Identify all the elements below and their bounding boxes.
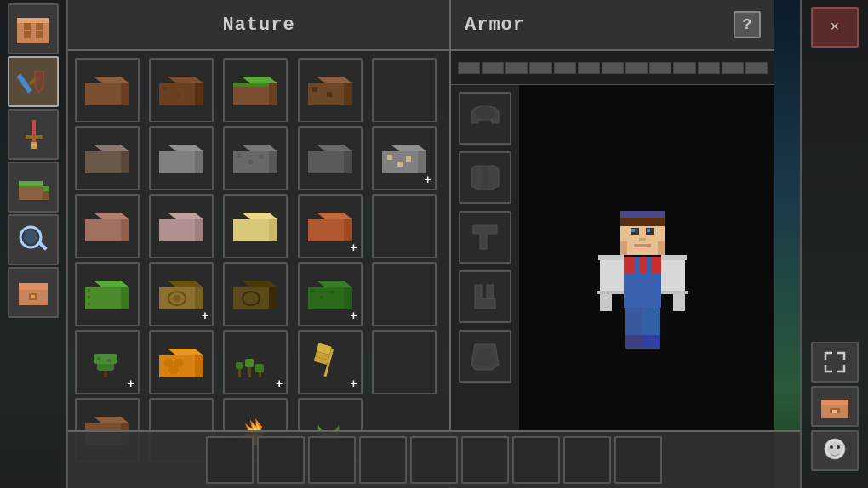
grid-item-diorite[interactable] xyxy=(149,194,214,258)
leggings-icon xyxy=(468,220,502,254)
grid-item-grass[interactable] xyxy=(223,58,288,122)
inv-slot-1[interactable] xyxy=(206,436,254,484)
help-button[interactable]: ? xyxy=(734,11,761,38)
nature-panel: Nature xyxy=(68,0,451,488)
terracotta-icon xyxy=(308,204,352,248)
grid-item-dirt[interactable] xyxy=(75,58,140,122)
svg-rect-21 xyxy=(31,295,35,298)
sidebar-item-combat[interactable] xyxy=(8,109,59,160)
svg-rect-75 xyxy=(88,289,90,292)
grid-item-oak-log[interactable]: + xyxy=(149,262,214,326)
grid-item-gravel[interactable] xyxy=(223,126,288,190)
grid-item-andesite[interactable] xyxy=(298,126,363,190)
svg-marker-83 xyxy=(242,281,277,287)
grid-item-podzol[interactable] xyxy=(298,58,363,122)
grid-item-empty3[interactable] xyxy=(372,262,437,326)
grid-item-empty2[interactable] xyxy=(372,194,437,258)
svg-rect-138 xyxy=(661,257,685,294)
head-button[interactable] xyxy=(811,430,859,471)
nature-icon xyxy=(15,169,51,205)
sapling-icon xyxy=(85,340,129,384)
sidebar-item-storage[interactable] xyxy=(8,267,59,318)
sand-icon xyxy=(233,204,277,248)
inv-slot-3[interactable] xyxy=(308,436,356,484)
svg-marker-72 xyxy=(94,281,129,287)
grid-item-wheat[interactable]: + xyxy=(298,330,363,394)
inv-slot-7[interactable] xyxy=(512,436,560,484)
svg-rect-32 xyxy=(269,83,277,105)
svg-rect-68 xyxy=(269,219,277,241)
svg-rect-29 xyxy=(176,94,180,97)
chestplate-slot[interactable] xyxy=(459,151,511,204)
grid-item-coarse-dirt[interactable] xyxy=(149,58,214,122)
svg-rect-50 xyxy=(259,155,263,159)
grid-item-stone[interactable] xyxy=(149,126,214,190)
svg-rect-74 xyxy=(121,287,129,309)
svg-rect-140 xyxy=(661,291,688,294)
grass-block-icon xyxy=(233,68,277,112)
andesite-icon xyxy=(308,136,352,180)
inv-slot-6[interactable] xyxy=(461,436,509,484)
grid-item-dark-log[interactable] xyxy=(223,262,288,326)
inv-slot-9[interactable] xyxy=(614,436,662,484)
dur-seg-4 xyxy=(529,62,551,74)
svg-rect-71 xyxy=(344,219,352,241)
svg-point-158 xyxy=(827,441,842,457)
svg-rect-149 xyxy=(639,238,646,241)
inv-slot-8[interactable] xyxy=(563,436,611,484)
grid-item-granite[interactable] xyxy=(75,194,140,258)
inv-slot-2[interactable] xyxy=(257,436,305,484)
svg-rect-107 xyxy=(245,359,254,367)
svg-rect-109 xyxy=(255,364,264,372)
svg-rect-44 xyxy=(195,151,203,173)
svg-rect-89 xyxy=(344,287,352,309)
svg-rect-96 xyxy=(97,357,100,360)
svg-point-82 xyxy=(173,295,181,302)
svg-marker-30 xyxy=(242,77,277,83)
svg-rect-129 xyxy=(624,274,661,308)
offhand-icon xyxy=(468,339,502,373)
svg-rect-100 xyxy=(195,355,203,377)
inv-slot-4[interactable] xyxy=(359,436,407,484)
chest-button[interactable] xyxy=(811,386,859,427)
armor-panel-header: Armor ? xyxy=(451,0,774,51)
expand-button[interactable] xyxy=(811,342,859,383)
close-button[interactable]: × xyxy=(811,7,859,48)
svg-rect-43 xyxy=(159,151,195,173)
inv-slot-5[interactable] xyxy=(410,436,458,484)
offhand-slot[interactable] xyxy=(459,330,511,383)
sidebar-item-crafting[interactable] xyxy=(8,3,59,54)
boots-slot[interactable] xyxy=(459,270,511,323)
svg-rect-144 xyxy=(620,211,665,218)
svg-rect-92 xyxy=(330,291,334,294)
svg-rect-2 xyxy=(24,23,31,30)
svg-rect-147 xyxy=(631,229,635,232)
grid-item-ore[interactable]: + xyxy=(372,126,437,190)
grid-item-terracotta[interactable]: + xyxy=(298,194,363,258)
grid-item-cactus[interactable] xyxy=(75,262,140,326)
grid-item-honeycomb[interactable] xyxy=(149,330,214,394)
grid-item-sapling[interactable]: + xyxy=(75,330,140,394)
more-indicator-sapling: + xyxy=(128,377,134,391)
grid-item-sand[interactable] xyxy=(223,194,288,258)
grid-item-seeds[interactable]: + xyxy=(223,330,288,394)
svg-rect-135 xyxy=(598,255,624,260)
granite-icon xyxy=(85,204,129,248)
sidebar-item-search[interactable] xyxy=(8,214,59,265)
chest-icon xyxy=(819,393,850,420)
grid-item-leaves[interactable]: + xyxy=(298,262,363,326)
grid-item-empty1[interactable] xyxy=(372,58,437,122)
svg-rect-14 xyxy=(43,186,49,191)
more-indicator-log: + xyxy=(202,309,208,323)
leggings-slot[interactable] xyxy=(459,211,511,264)
grid-item-mycelium[interactable] xyxy=(75,126,140,190)
grid-item-empty4[interactable] xyxy=(372,330,437,394)
dur-seg-3 xyxy=(505,62,528,74)
svg-rect-9 xyxy=(26,135,43,139)
helmet-slot[interactable] xyxy=(459,92,511,145)
sidebar-item-nature[interactable] xyxy=(8,162,59,213)
svg-rect-151 xyxy=(620,241,627,255)
svg-rect-53 xyxy=(344,151,352,173)
armor-panel-title: Armor xyxy=(465,14,525,36)
sidebar-item-tools[interactable] xyxy=(8,56,59,107)
